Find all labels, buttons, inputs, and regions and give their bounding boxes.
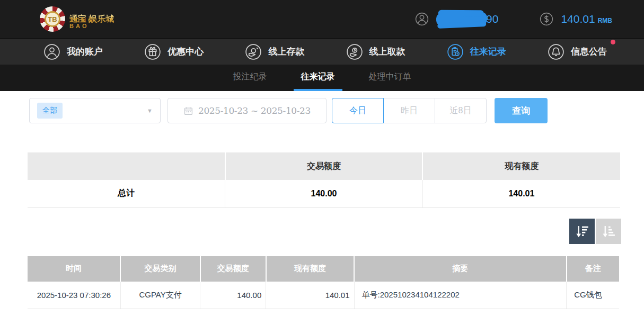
filter-bar: 全部 ▼ 2025-10-23 ~ 2025-10-23 今日 昨日 近8日 查… bbox=[29, 98, 644, 123]
chevron-down-icon: ▼ bbox=[147, 107, 153, 114]
nav-item-online-deposit[interactable]: 线上存款 bbox=[245, 43, 304, 60]
user-account[interactable]: 590 bbox=[415, 10, 498, 28]
summary-header-current-amount: 现有额度 bbox=[422, 152, 620, 180]
withdraw-icon bbox=[346, 43, 363, 60]
notification-dot bbox=[611, 40, 615, 44]
summary-header-empty bbox=[28, 152, 225, 180]
bell-icon bbox=[548, 43, 564, 60]
calendar-icon bbox=[184, 106, 193, 115]
records-header-trade-amount: 交易额度 bbox=[200, 256, 266, 282]
record-type: CGPAY支付 bbox=[120, 282, 200, 309]
nav-label: 信息公告 bbox=[571, 46, 607, 58]
top-bar: TB 通宝 娱乐城 TONG BAO 590 bbox=[0, 0, 644, 38]
records-header-type: 交易类别 bbox=[120, 256, 200, 282]
balance-amount: 140.01 bbox=[561, 13, 595, 25]
wallet-balance[interactable]: 140.01RMB bbox=[540, 12, 612, 26]
nav-label: 线上取款 bbox=[369, 46, 405, 58]
brand-name-latin: TONG BAO bbox=[69, 17, 113, 29]
dollar-coin-icon bbox=[540, 12, 553, 26]
summary-total-balance: 140.01 bbox=[422, 180, 620, 207]
sort-controls bbox=[0, 219, 621, 244]
redaction-scribble bbox=[436, 12, 488, 26]
tab-pending-orders[interactable]: 处理中订单 bbox=[361, 65, 419, 91]
nav-item-announcements[interactable]: 信息公告 bbox=[548, 43, 607, 60]
sort-asc-icon bbox=[601, 223, 616, 239]
sort-descending-button[interactable] bbox=[569, 219, 595, 244]
summary-header-trade-amount: 交易额度 bbox=[225, 152, 423, 180]
quick-last8days-button[interactable]: 近8日 bbox=[435, 98, 487, 123]
record-time: 2025-10-23 07:30:26 bbox=[28, 282, 120, 309]
records-table: 时间 交易类别 交易额度 现有额度 摘要 备注 2025-10-23 07:30… bbox=[28, 256, 619, 310]
summary-total-trade: 140.00 bbox=[225, 180, 423, 207]
type-selected-chip: 全部 bbox=[37, 103, 63, 119]
date-range-value: 2025-10-23 ~ 2025-10-23 bbox=[198, 105, 311, 116]
balance-group: 140.01RMB bbox=[561, 13, 612, 25]
brand-logo[interactable]: TB 通宝 娱乐城 TONG BAO bbox=[40, 6, 114, 32]
balance-currency: RMB bbox=[598, 17, 612, 24]
chip-monogram: TB bbox=[45, 11, 60, 27]
tab-transaction-records[interactable]: 往来记录 bbox=[294, 65, 342, 91]
main-navigation: 我的账户 优惠中心 线上存款 bbox=[0, 38, 644, 65]
casino-chip-icon: TB bbox=[40, 6, 65, 32]
record-trade-amount: 140.00 bbox=[200, 282, 266, 309]
nav-item-my-account[interactable]: 我的账户 bbox=[43, 43, 103, 60]
quick-range-group: 今日 昨日 近8日 bbox=[332, 98, 487, 123]
deposit-icon bbox=[245, 43, 262, 60]
records-header-row: 时间 交易类别 交易额度 现有额度 摘要 备注 bbox=[28, 256, 619, 282]
records-icon bbox=[447, 43, 464, 60]
records-header-summary: 摘要 bbox=[354, 256, 567, 282]
gift-icon bbox=[144, 43, 161, 60]
type-select[interactable]: 全部 ▼ bbox=[29, 98, 161, 123]
nav-item-promotions[interactable]: 优惠中心 bbox=[144, 43, 204, 60]
records-subnav: 投注纪录 往来记录 处理中订单 bbox=[0, 65, 644, 91]
record-note: CG钱包 bbox=[567, 282, 619, 309]
summary-table: 交易额度 现有额度 总计 140.00 140.01 bbox=[28, 152, 620, 208]
summary-total-label: 总计 bbox=[28, 180, 225, 207]
table-row: 2025-10-23 07:30:26 CGPAY支付 140.00 140.0… bbox=[28, 282, 619, 309]
quick-yesterday-button[interactable]: 昨日 bbox=[383, 98, 435, 123]
nav-label: 往来记录 bbox=[470, 46, 506, 58]
search-button[interactable]: 查询 bbox=[495, 98, 548, 123]
records-header-note: 备注 bbox=[567, 256, 619, 282]
user-avatar-icon bbox=[415, 12, 429, 26]
nav-label: 线上存款 bbox=[268, 46, 304, 58]
tab-bet-records[interactable]: 投注纪录 bbox=[226, 65, 275, 91]
summary-total-row: 总计 140.00 140.01 bbox=[28, 180, 620, 207]
topbar-right: 590 140.01RMB bbox=[415, 10, 612, 28]
account-icon bbox=[43, 43, 60, 60]
brand-wordmark: 通宝 娱乐城 TONG BAO bbox=[69, 15, 114, 23]
record-current-amount: 140.01 bbox=[266, 282, 354, 309]
nav-label: 我的账户 bbox=[67, 46, 103, 58]
record-summary: 单号:202510234104122202 bbox=[354, 282, 567, 309]
summary-header-row: 交易额度 现有额度 bbox=[28, 152, 620, 180]
sort-ascending-button[interactable] bbox=[596, 219, 621, 244]
date-range-picker[interactable]: 2025-10-23 ~ 2025-10-23 bbox=[167, 98, 327, 123]
records-header-current-amount: 现有额度 bbox=[266, 256, 354, 282]
quick-today-button[interactable]: 今日 bbox=[332, 98, 384, 123]
nav-label: 优惠中心 bbox=[167, 46, 204, 58]
sort-desc-icon bbox=[574, 223, 590, 239]
records-header-time: 时间 bbox=[28, 256, 120, 282]
username-redacted: 590 bbox=[436, 10, 498, 28]
nav-item-transaction-records[interactable]: 往来记录 bbox=[447, 43, 506, 60]
nav-item-online-withdraw[interactable]: 线上取款 bbox=[346, 43, 405, 60]
